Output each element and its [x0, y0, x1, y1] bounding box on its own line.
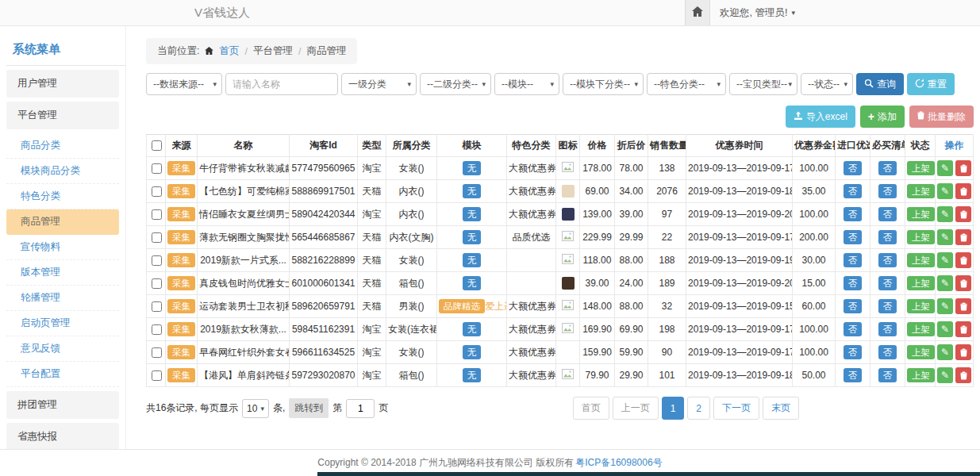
next-page-button[interactable]: 下一页 [713, 397, 759, 420]
status-badge[interactable]: 上架 [907, 368, 935, 382]
import-select-toggle[interactable]: 否 [844, 230, 863, 244]
sidebar-item-version-management[interactable]: 版本管理 [6, 260, 119, 286]
sidebar-item-platform-config[interactable]: 平台配置 [6, 362, 119, 387]
sidebar-item-module-product-category[interactable]: 模块商品分类 [6, 159, 119, 184]
feature-category-select[interactable]: --特色分类--▾ [647, 73, 726, 95]
sidebar-item-user-management[interactable]: 用户管理 [6, 70, 119, 98]
edit-button[interactable]: ✎ [937, 229, 953, 245]
add-button[interactable]: + 添加 [860, 106, 905, 128]
import-select-toggle[interactable]: 否 [844, 207, 863, 221]
prev-page-button[interactable]: 上一页 [613, 397, 659, 420]
sidebar-item-feedback[interactable]: 意见反馈 [6, 336, 119, 362]
delete-button[interactable] [955, 344, 971, 360]
home-button[interactable] [685, 0, 710, 25]
row-checkbox[interactable] [152, 370, 162, 381]
status-badge[interactable]: 上架 [907, 161, 935, 175]
must-buy-toggle[interactable]: 否 [878, 161, 897, 175]
first-page-button[interactable]: 首页 [573, 397, 609, 420]
must-buy-toggle[interactable]: 否 [878, 322, 897, 336]
status-badge[interactable]: 上架 [907, 276, 935, 290]
category2-select[interactable]: --二级分类--▾ [420, 73, 491, 95]
row-checkbox[interactable] [152, 209, 162, 220]
sidebar-item-platform-management[interactable]: 平台管理 [6, 102, 119, 129]
module-sub-select[interactable]: --模块下分类--▾ [563, 73, 644, 95]
select-all-checkbox[interactable] [152, 140, 162, 151]
edit-button[interactable]: ✎ [937, 252, 953, 268]
row-checkbox[interactable] [152, 301, 162, 312]
status-badge[interactable]: 上架 [907, 184, 935, 198]
sidebar-item-feature-category[interactable]: 特色分类 [6, 184, 119, 209]
status-badge[interactable]: 上架 [907, 253, 935, 267]
delete-button[interactable] [955, 183, 971, 199]
row-checkbox[interactable] [152, 324, 162, 335]
last-page-button[interactable]: 末页 [763, 397, 799, 420]
must-buy-toggle[interactable]: 否 [878, 368, 897, 382]
row-checkbox[interactable] [152, 186, 162, 197]
sidebar-item-savings-express[interactable]: 省惠快报 [6, 423, 119, 449]
status-badge[interactable]: 上架 [907, 299, 935, 313]
must-buy-toggle[interactable]: 否 [878, 253, 897, 267]
delete-button[interactable] [955, 367, 971, 383]
must-buy-toggle[interactable]: 否 [878, 230, 897, 244]
import-select-toggle[interactable]: 否 [844, 345, 863, 359]
import-excel-button[interactable]: 导入excel [786, 106, 855, 128]
delete-button[interactable] [955, 298, 971, 314]
must-buy-toggle[interactable]: 否 [878, 184, 897, 198]
name-search-input[interactable] [225, 73, 338, 95]
import-select-toggle[interactable]: 否 [844, 322, 863, 336]
edit-button[interactable]: ✎ [937, 367, 953, 383]
import-select-toggle[interactable]: 否 [844, 299, 863, 313]
batch-delete-button[interactable]: 批量删除 [909, 106, 974, 128]
page-2-button[interactable]: 2 [687, 397, 710, 420]
row-checkbox[interactable] [152, 278, 162, 289]
edit-button[interactable]: ✎ [937, 206, 953, 222]
sidebar-item-promotion-material[interactable]: 宣传物料 [6, 235, 119, 260]
reset-button[interactable]: 重置 [907, 73, 955, 95]
sidebar-item-product-management[interactable]: 商品管理 [6, 209, 119, 235]
module-select[interactable]: --模块--▾ [494, 73, 559, 95]
category1-select[interactable]: 一级分类▾ [341, 73, 417, 95]
status-badge[interactable]: 上架 [907, 230, 935, 244]
row-checkbox[interactable] [152, 347, 162, 358]
delete-button[interactable] [955, 252, 971, 268]
item-type-select[interactable]: --宝贝类型--▾ [729, 73, 797, 95]
must-buy-toggle[interactable]: 否 [878, 299, 897, 313]
sidebar-item-splash-page-management[interactable]: 启动页管理 [6, 311, 119, 336]
status-badge[interactable]: 上架 [907, 207, 935, 221]
status-badge[interactable]: 上架 [907, 322, 935, 336]
edit-button[interactable]: ✎ [937, 275, 953, 291]
row-checkbox[interactable] [152, 232, 162, 243]
page-size-select[interactable]: 10 ▾ [242, 399, 269, 418]
edit-button[interactable]: ✎ [937, 321, 953, 337]
jump-button[interactable]: 跳转到 [289, 398, 329, 418]
sidebar-item-groupbuy-management[interactable]: 拼团管理 [6, 391, 119, 419]
data-source-select[interactable]: --数据来源--▾ [146, 73, 222, 95]
row-checkbox[interactable] [152, 255, 162, 266]
import-select-toggle[interactable]: 否 [844, 253, 863, 267]
edit-button[interactable]: ✎ [937, 298, 953, 314]
import-select-toggle[interactable]: 否 [844, 368, 863, 382]
delete-button[interactable] [955, 160, 971, 176]
import-select-toggle[interactable]: 否 [844, 276, 863, 290]
icp-link[interactable]: 粤ICP备16098006号 [575, 456, 662, 470]
edit-button[interactable]: ✎ [937, 160, 953, 176]
search-button[interactable]: 查询 [856, 73, 904, 95]
must-buy-toggle[interactable]: 否 [878, 345, 897, 359]
import-select-toggle[interactable]: 否 [844, 184, 863, 198]
delete-button[interactable] [955, 275, 971, 291]
row-checkbox[interactable] [152, 163, 162, 174]
import-select-toggle[interactable]: 否 [844, 161, 863, 175]
status-badge[interactable]: 上架 [907, 345, 935, 359]
user-menu[interactable]: 欢迎您, 管理员! ▾ [710, 6, 805, 20]
page-jump-input[interactable] [346, 399, 375, 418]
delete-button[interactable] [955, 206, 971, 222]
breadcrumb-home-link[interactable]: 首页 [219, 44, 239, 58]
must-buy-toggle[interactable]: 否 [878, 207, 897, 221]
delete-button[interactable] [955, 321, 971, 337]
edit-button[interactable]: ✎ [937, 183, 953, 199]
sidebar-item-carousel-management[interactable]: 轮播管理 [6, 286, 119, 311]
page-1-button[interactable]: 1 [662, 397, 685, 420]
delete-button[interactable] [955, 229, 971, 245]
status-select[interactable]: --状态--▾ [801, 73, 853, 95]
must-buy-toggle[interactable]: 否 [878, 276, 897, 290]
